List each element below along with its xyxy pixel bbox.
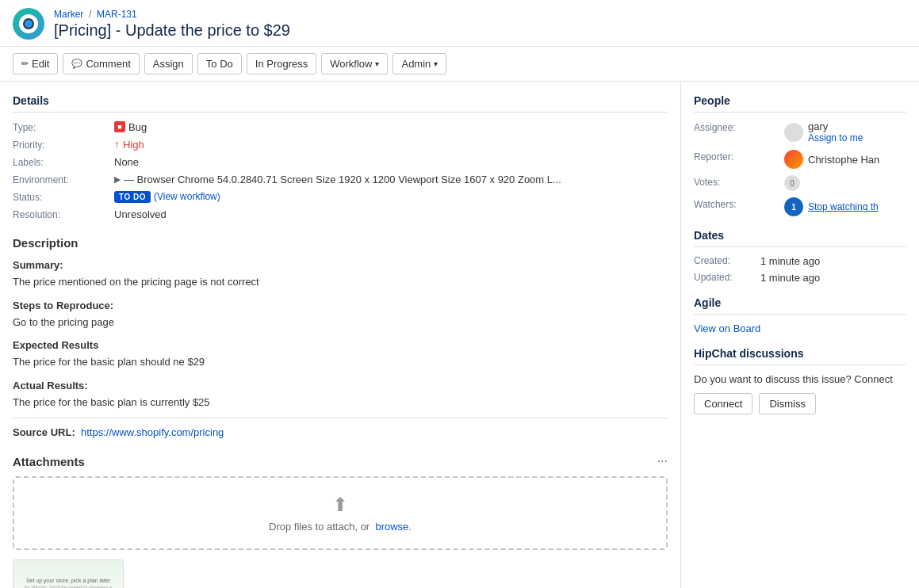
expected-text: The price for the basic plan should ne $… bbox=[13, 354, 668, 370]
admin-button[interactable]: Admin bbox=[392, 53, 446, 74]
resolution-value: Unresolved bbox=[114, 208, 668, 220]
people-section: People Assignee: gary Assign to me Repor… bbox=[694, 94, 906, 216]
agile-title: Agile bbox=[694, 296, 906, 315]
hipchat-section: HipChat discussions Do you want to discu… bbox=[694, 347, 906, 414]
watchers-row: Watchers: 1 Stop watching th bbox=[694, 197, 906, 216]
view-board-link[interactable]: View on Board bbox=[694, 323, 760, 334]
actual-label: Actual Results: bbox=[13, 380, 668, 391]
drop-text: Drop files to attach, or bbox=[269, 521, 370, 533]
breadcrumb-issue[interactable]: MAR-131 bbox=[97, 9, 137, 20]
comment-button[interactable]: Comment bbox=[63, 53, 139, 74]
source-url-link[interactable]: https://www.shopify.com/pricing bbox=[81, 426, 224, 438]
labels-value: None bbox=[114, 155, 668, 168]
votes-value: 0 bbox=[784, 175, 906, 191]
workflow-button[interactable]: Workflow bbox=[321, 53, 388, 74]
steps-label: Steps to Reproduce: bbox=[13, 300, 668, 311]
priority-text: High bbox=[123, 139, 144, 151]
created-label: Created: bbox=[694, 255, 757, 267]
preview-placeholder: Set up your store, pick a plan later by … bbox=[13, 560, 123, 588]
created-value: 1 minute ago bbox=[760, 255, 906, 267]
priority-value: ↑ High bbox=[114, 138, 668, 151]
assignee-value: gary Assign to me bbox=[784, 120, 906, 143]
reporter-name: Christophe Han bbox=[808, 154, 879, 166]
env-text: — Browser Chrome 54.0.2840.71 Screen Siz… bbox=[124, 174, 561, 185]
status-badge: TO DO bbox=[114, 191, 151, 203]
hipchat-text: Do you want to discuss this issue? Conne… bbox=[694, 373, 906, 385]
drop-zone[interactable]: ⬆ Drop files to attach, or browse. bbox=[13, 476, 668, 550]
watchers-value: 1 Stop watching th bbox=[784, 197, 906, 216]
actual-text: The price for the basic plan is currentl… bbox=[13, 395, 668, 410]
type-text: Bug bbox=[128, 121, 147, 133]
type-value: ■ Bug bbox=[114, 120, 668, 133]
votes-label: Votes: bbox=[694, 175, 781, 188]
labels-label: Labels: bbox=[13, 155, 108, 168]
details-section: Details Type: ■ Bug Priority: ↑ High Lab… bbox=[13, 94, 668, 220]
priority-arrow-icon: ↑ bbox=[114, 138, 120, 151]
watchers-count-badge: 1 bbox=[784, 197, 803, 216]
summary-label: Summary: bbox=[13, 259, 668, 271]
reporter-avatar bbox=[784, 150, 803, 169]
env-arrow-icon: ▶ bbox=[114, 174, 121, 185]
assignee-row: Assignee: gary Assign to me bbox=[694, 120, 906, 143]
steps-text: Go to the pricing page bbox=[13, 315, 668, 330]
bug-icon: ■ bbox=[114, 121, 125, 132]
status-value: TO DO (View workflow) bbox=[114, 190, 668, 203]
attachments-header: Attachments ··· bbox=[13, 454, 668, 468]
votes-row: Votes: 0 bbox=[694, 175, 906, 191]
source-url-row: Source URL: https://www.shopify.com/pric… bbox=[13, 426, 668, 438]
attachment-preview[interactable]: Set up your store, pick a plan later by … bbox=[13, 559, 124, 588]
status-label: Status: bbox=[13, 190, 108, 203]
assignee-name: gary bbox=[808, 120, 863, 132]
reporter-value: Christophe Han bbox=[784, 150, 906, 169]
watchers-label: Watchers: bbox=[694, 197, 781, 210]
top-header: Marker / MAR-131 [Pricing] - Update the … bbox=[0, 0, 919, 47]
logo-eye bbox=[23, 18, 34, 29]
assignee-avatar bbox=[784, 123, 803, 142]
attachments-section: Attachments ··· ⬆ Drop files to attach, … bbox=[13, 454, 668, 588]
assignee-info: gary Assign to me bbox=[808, 120, 863, 143]
expected-label: Expected Results bbox=[13, 339, 668, 351]
content-area: Details Type: ■ Bug Priority: ↑ High Lab… bbox=[0, 82, 681, 588]
browse-link[interactable]: browse bbox=[375, 521, 408, 533]
connect-button[interactable]: Connect bbox=[694, 393, 752, 414]
attachments-title: Attachments bbox=[13, 455, 85, 468]
reporter-row: Reporter: Christophe Han bbox=[694, 150, 906, 169]
breadcrumb-project[interactable]: Marker bbox=[54, 9, 83, 20]
dates-section: Dates Created: 1 minute ago Updated: 1 m… bbox=[694, 229, 906, 284]
drop-zone-text: Drop files to attach, or browse. bbox=[30, 521, 650, 533]
assignee-label: Assignee: bbox=[694, 120, 781, 133]
dismiss-button[interactable]: Dismiss bbox=[759, 393, 816, 414]
details-title: Details bbox=[13, 94, 668, 113]
type-label: Type: bbox=[13, 120, 108, 133]
created-row: Created: 1 minute ago bbox=[694, 255, 906, 267]
issue-title: [Pricing] - Update the price to $29 bbox=[54, 21, 290, 40]
env-label: Environment: bbox=[13, 173, 108, 185]
divider bbox=[13, 418, 668, 418]
view-workflow-link[interactable]: (View workflow) bbox=[154, 191, 220, 202]
dates-title: Dates bbox=[694, 229, 906, 247]
breadcrumb: Marker / MAR-131 bbox=[54, 9, 290, 20]
edit-button[interactable]: Edit bbox=[13, 53, 58, 74]
hipchat-title: HipChat discussions bbox=[694, 347, 906, 365]
logo-inner bbox=[19, 14, 38, 33]
reporter-label: Reporter: bbox=[694, 150, 781, 162]
updated-value: 1 minute ago bbox=[760, 272, 906, 284]
todo-button[interactable]: To Do bbox=[197, 53, 242, 74]
in-progress-button[interactable]: In Progress bbox=[247, 53, 316, 74]
attachments-more-icon[interactable]: ··· bbox=[657, 454, 668, 468]
header-text: Marker / MAR-131 [Pricing] - Update the … bbox=[54, 9, 290, 40]
source-label: Source URL: bbox=[13, 426, 75, 438]
priority-label: Priority: bbox=[13, 138, 108, 151]
summary-text: The price mentioned on the pricing page … bbox=[13, 274, 668, 290]
details-grid: Type: ■ Bug Priority: ↑ High Labels: Non… bbox=[13, 120, 668, 220]
assign-button[interactable]: Assign bbox=[144, 53, 193, 74]
description-section: Description Summary: The price mentioned… bbox=[13, 236, 668, 438]
sidebar: People Assignee: gary Assign to me Repor… bbox=[681, 82, 919, 588]
updated-label: Updated: bbox=[694, 272, 757, 284]
stop-watching-link[interactable]: Stop watching th bbox=[808, 201, 879, 212]
votes-badge: 0 bbox=[784, 175, 800, 191]
assign-to-me-link[interactable]: Assign to me bbox=[808, 132, 863, 143]
people-title: People bbox=[694, 94, 906, 113]
drop-suffix: . bbox=[408, 521, 412, 533]
hipchat-buttons: Connect Dismiss bbox=[694, 393, 906, 414]
